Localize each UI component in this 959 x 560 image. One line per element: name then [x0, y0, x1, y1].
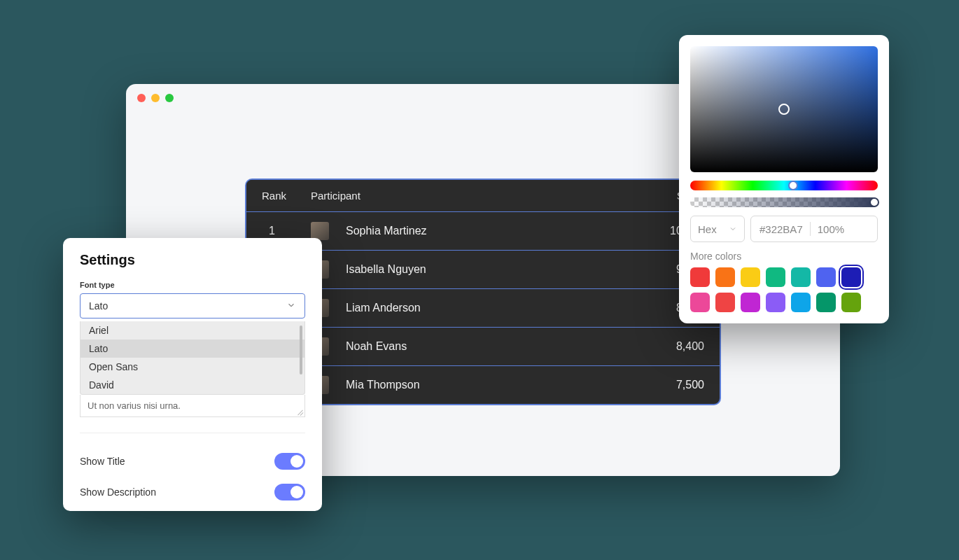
alpha-handle-icon[interactable]: [869, 197, 879, 207]
minimize-icon[interactable]: [151, 94, 160, 102]
swatch-grid: [690, 267, 878, 312]
font-select-value: Lato: [89, 300, 108, 312]
name-cell: Sophia Martinez: [346, 225, 648, 237]
settings-panel: Settings Font type Lato Ariel Lato Open …: [63, 238, 322, 511]
hex-value: #322BA7: [760, 223, 803, 235]
color-swatch[interactable]: [816, 293, 836, 312]
color-swatch[interactable]: [816, 267, 836, 287]
score-cell: 7,500: [648, 379, 704, 391]
font-dropdown: Ariel Lato Open Sans David: [80, 321, 305, 395]
input-separator: [810, 222, 811, 236]
sv-cursor-icon[interactable]: [778, 104, 790, 115]
show-description-label: Show Description: [80, 486, 156, 498]
font-type-label: Font type: [80, 281, 305, 289]
opacity-value: 100%: [818, 223, 844, 235]
color-swatch[interactable]: [766, 267, 785, 287]
picker-inputs: Hex #322BA7 100%: [690, 216, 878, 242]
font-option[interactable]: Lato: [80, 340, 304, 358]
resize-handle-icon[interactable]: [296, 408, 303, 415]
font-option[interactable]: Open Sans: [80, 358, 304, 376]
color-swatch[interactable]: [791, 267, 811, 287]
color-swatch[interactable]: [791, 293, 811, 312]
score-cell: 8,400: [648, 340, 704, 353]
hue-slider[interactable]: [690, 181, 878, 190]
scrollbar[interactable]: [300, 326, 302, 374]
description-textarea[interactable]: Ut non varius nisi urna.: [80, 395, 305, 417]
panel-title: Settings: [80, 252, 305, 268]
color-swatch[interactable]: [690, 293, 710, 312]
color-swatch[interactable]: [715, 267, 735, 287]
alpha-slider[interactable]: [690, 197, 878, 207]
more-colors-label: More colors: [690, 251, 878, 262]
show-description-row: Show Description: [80, 477, 305, 507]
description-text: Ut non varius nisi urna.: [88, 400, 181, 411]
hue-handle-icon[interactable]: [788, 181, 798, 190]
show-description-toggle[interactable]: [274, 484, 305, 500]
format-select[interactable]: Hex: [690, 216, 745, 242]
color-swatch[interactable]: [841, 267, 861, 287]
color-swatch[interactable]: [715, 293, 735, 312]
color-swatch[interactable]: [766, 293, 785, 312]
font-select[interactable]: Lato: [80, 293, 305, 318]
maximize-icon[interactable]: [165, 94, 174, 102]
color-swatch[interactable]: [690, 267, 710, 287]
font-option[interactable]: David: [80, 376, 304, 394]
divider: [80, 433, 305, 433]
name-cell: Noah Evans: [346, 340, 648, 353]
header-participant: Participant: [311, 190, 648, 202]
name-cell: Mia Thompson: [346, 379, 648, 391]
color-swatch[interactable]: [741, 267, 760, 287]
name-cell: Isabella Nguyen: [346, 263, 648, 276]
saturation-value-field[interactable]: [690, 46, 878, 172]
rank-cell: 1: [262, 225, 311, 237]
show-title-label: Show Title: [80, 456, 125, 467]
color-picker-panel: Hex #322BA7 100% More colors: [679, 35, 889, 323]
color-swatch[interactable]: [741, 293, 760, 312]
color-swatch[interactable]: [841, 293, 861, 312]
show-title-toggle[interactable]: [274, 453, 305, 470]
table-header: Rank Participant Score: [246, 180, 720, 211]
header-rank: Rank: [262, 190, 311, 202]
hex-input[interactable]: #322BA7 100%: [750, 216, 878, 242]
font-option[interactable]: Ariel: [80, 321, 304, 340]
chevron-down-icon: [729, 225, 737, 233]
show-title-row: Show Title: [80, 446, 305, 477]
name-cell: Liam Anderson: [346, 302, 648, 314]
close-icon[interactable]: [137, 94, 146, 102]
chevron-down-icon: [286, 300, 296, 312]
format-value: Hex: [698, 223, 717, 235]
